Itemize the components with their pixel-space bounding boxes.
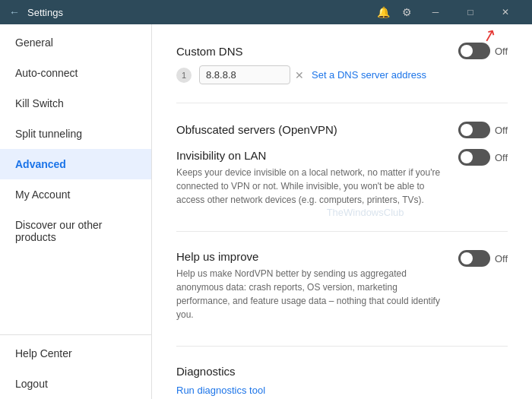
sidebar-item-advanced[interactable]: Advanced bbox=[0, 149, 151, 179]
app-body: General Auto-connect Kill Switch Split t… bbox=[0, 24, 532, 399]
invisibility-desc: Keeps your device invisible on a local n… bbox=[176, 166, 446, 207]
content-area: TheWindowsClub Custom DNS ↗ Off 1 ✕ Set … bbox=[152, 24, 532, 399]
obfuscated-toggle[interactable] bbox=[458, 122, 490, 138]
custom-dns-row: Custom DNS ↗ Off bbox=[176, 43, 508, 59]
sidebar-item-split-tunneling[interactable]: Split tunneling bbox=[0, 119, 151, 149]
app-title: Settings bbox=[27, 7, 377, 18]
dns-input-row: 1 ✕ Set a DNS server address bbox=[176, 65, 508, 84]
minimize-button[interactable]: ─ bbox=[418, 0, 453, 24]
sidebar-item-general[interactable]: General bbox=[0, 27, 151, 58]
section-obfuscated: Obfuscated servers (OpenVPN) Off Invisib… bbox=[176, 122, 508, 232]
section-diagnostics: Diagnostics Run diagnostics tool bbox=[176, 365, 508, 399]
invisibility-row: Invisibility on LAN Keeps your device in… bbox=[176, 149, 508, 207]
help-improve-toggle-container: Off bbox=[458, 250, 508, 267]
titlebar-icons: 🔔 ⚙ bbox=[377, 6, 412, 18]
invisibility-title: Invisibility on LAN bbox=[176, 149, 266, 162]
dns-clear-icon[interactable]: ✕ bbox=[295, 69, 304, 81]
obfuscated-title: Obfuscated servers (OpenVPN) bbox=[176, 123, 337, 136]
custom-dns-toggle-container: ↗ Off bbox=[458, 43, 508, 59]
back-button[interactable]: ← bbox=[9, 6, 20, 18]
obfuscated-row: Obfuscated servers (OpenVPN) Off bbox=[176, 122, 508, 138]
diagnostics-title: Diagnostics bbox=[176, 365, 236, 378]
sidebar-item-discover[interactable]: Discover our other products bbox=[0, 210, 151, 252]
invisibility-left: Invisibility on LAN Keeps your device in… bbox=[176, 149, 446, 207]
section-custom-dns: Custom DNS ↗ Off 1 ✕ Set a DNS server ad… bbox=[176, 43, 508, 103]
custom-dns-toggle-label: Off bbox=[495, 46, 508, 57]
close-button[interactable]: ✕ bbox=[488, 0, 523, 24]
section-help-improve: Help us improve Help us make NordVPN bet… bbox=[176, 250, 508, 347]
help-improve-desc: Help us make NordVPN better by sending u… bbox=[176, 267, 446, 321]
maximize-button[interactable]: □ bbox=[453, 0, 488, 24]
dns-input-field[interactable] bbox=[199, 65, 290, 84]
dns-server-link[interactable]: Set a DNS server address bbox=[312, 69, 426, 81]
gear-icon[interactable]: ⚙ bbox=[402, 6, 412, 18]
dns-entry-number: 1 bbox=[176, 68, 192, 83]
sidebar-item-kill-switch[interactable]: Kill Switch bbox=[0, 88, 151, 119]
help-improve-left: Help us improve Help us make NordVPN bet… bbox=[176, 250, 446, 321]
invisibility-toggle-label: Off bbox=[495, 152, 508, 163]
help-improve-toggle[interactable] bbox=[458, 250, 490, 267]
sidebar-item-logout[interactable]: Logout bbox=[0, 369, 151, 399]
sidebar-bottom: Help Center Logout bbox=[0, 334, 151, 399]
sidebar-item-my-account[interactable]: My Account bbox=[0, 179, 151, 210]
window-controls: ─ □ ✕ bbox=[418, 0, 523, 24]
invisibility-toggle-container: Off bbox=[458, 149, 508, 166]
invisibility-toggle[interactable] bbox=[458, 149, 490, 166]
arrow-annotation: ↗ bbox=[458, 43, 490, 59]
help-improve-title: Help us improve bbox=[176, 250, 258, 263]
help-improve-row: Help us improve Help us make NordVPN bet… bbox=[176, 250, 508, 321]
bell-icon[interactable]: 🔔 bbox=[377, 6, 390, 18]
sidebar-item-help-center[interactable]: Help Center bbox=[0, 338, 151, 369]
obfuscated-toggle-label: Off bbox=[495, 125, 508, 136]
sidebar: General Auto-connect Kill Switch Split t… bbox=[0, 24, 152, 399]
help-improve-toggle-label: Off bbox=[495, 253, 508, 264]
obfuscated-toggle-container: Off bbox=[458, 122, 508, 138]
run-diagnostics-link[interactable]: Run diagnostics tool bbox=[176, 385, 265, 396]
sidebar-item-auto-connect[interactable]: Auto-connect bbox=[0, 58, 151, 88]
titlebar: ← Settings 🔔 ⚙ ─ □ ✕ bbox=[0, 0, 532, 24]
obfuscated-left: Obfuscated servers (OpenVPN) bbox=[176, 123, 458, 137]
custom-dns-title: Custom DNS bbox=[176, 45, 243, 58]
